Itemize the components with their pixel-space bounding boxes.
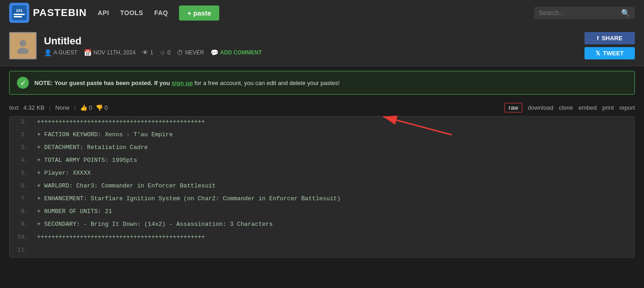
calendar-icon: 📅	[84, 49, 92, 56]
table-row: 5.+ Player: XXXXX	[10, 168, 634, 181]
add-comment-link[interactable]: ADD COMMENT	[220, 49, 262, 56]
favorites-label: 0	[168, 49, 171, 56]
navbar: 101 PASTEBIN API TOOLS FAQ + paste 🔍	[0, 0, 644, 26]
line-content: + SECONDARY: - Bring It Down: (14x2) - A…	[32, 219, 277, 229]
thumbs-up-icon: 👍	[80, 104, 87, 111]
dislike-button[interactable]: 👎 0	[96, 104, 108, 111]
search-bar: 🔍	[534, 7, 635, 19]
paste-syntax: None	[55, 104, 70, 111]
nav-links: API TOOLS FAQ	[98, 9, 168, 16]
table-row: 11.	[10, 245, 634, 257]
line-number: 6.	[10, 181, 32, 191]
share-buttons: f SHARE 𝕏 TWEET	[584, 32, 635, 59]
code-area: 1.++++++++++++++++++++++++++++++++++++++…	[9, 116, 635, 258]
clock-icon: ⏱	[177, 49, 183, 56]
paste-toolbar: text 4.32 KB | None | 👍 0 👎 0 raw downlo…	[0, 99, 644, 116]
line-number: 7.	[10, 193, 32, 204]
nav-tools[interactable]: TOOLS	[120, 9, 143, 16]
line-content: + WARLORD: Char3: Commander in Enforcer …	[32, 181, 220, 191]
signup-link[interactable]: sign up	[172, 80, 193, 86]
search-icon[interactable]: 🔍	[621, 9, 630, 17]
paste-meta: Untitled 👤 A GUEST 📅 NOV 11TH, 2024 👁 1 …	[44, 35, 577, 56]
search-input[interactable]	[539, 9, 617, 16]
line-number: 3.	[10, 142, 32, 153]
table-row: 6.+ WARLORD: Char3: Commander in Enforce…	[10, 181, 634, 193]
table-row: 4.+ TOTAL ARMY POINTS: 1995pts	[10, 155, 634, 168]
separator2: |	[74, 104, 76, 111]
expiry-item: ⏱ NEVER	[177, 49, 204, 56]
svg-point-4	[20, 40, 26, 46]
line-number: 10.	[10, 232, 32, 242]
nav-faq[interactable]: FAQ	[154, 9, 168, 16]
tweet-label: TWEET	[603, 50, 624, 57]
svg-rect-0	[12, 5, 27, 20]
svg-rect-2	[14, 14, 25, 15]
share-facebook-button[interactable]: f SHARE	[584, 32, 635, 44]
raw-button[interactable]: raw	[504, 103, 522, 112]
line-content: ++++++++++++++++++++++++++++++++++++++++…	[32, 232, 210, 242]
note-label: NOTE: Your guest paste has been posted. …	[34, 80, 172, 86]
author-label: A GUEST	[54, 49, 77, 56]
nav-api[interactable]: API	[98, 9, 109, 16]
line-number: 11.	[10, 245, 32, 255]
line-content: + DETACHMENT: Retaliation Cadre	[32, 142, 152, 153]
paste-title: Untitled	[44, 35, 577, 47]
facebook-icon: f	[597, 35, 599, 42]
line-content: ++++++++++++++++++++++++++++++++++++++++…	[32, 117, 210, 127]
vote-buttons: 👍 0 👎 0	[80, 104, 108, 111]
paste-header: Untitled 👤 A GUEST 📅 NOV 11TH, 2024 👁 1 …	[0, 26, 644, 66]
user-icon: 👤	[44, 49, 52, 56]
table-row: 8.+ NUMBER OF UNITS: 21	[10, 206, 634, 219]
eye-icon: 👁	[142, 49, 148, 56]
table-row: 3.+ DETACHMENT: Retaliation Cadre	[10, 142, 634, 155]
line-content: + ENHANCEMENT: Starflare Ignition System…	[32, 193, 345, 204]
new-paste-button[interactable]: + paste	[179, 5, 219, 21]
clone-link[interactable]: clone	[559, 104, 573, 111]
share-twitter-button[interactable]: 𝕏 TWEET	[584, 47, 635, 59]
line-number: 1.	[10, 117, 32, 127]
table-row: 7.+ ENHANCEMENT: Starflare Ignition Syst…	[10, 193, 634, 206]
print-link[interactable]: print	[602, 104, 614, 111]
embed-link[interactable]: embed	[579, 104, 597, 111]
like-button[interactable]: 👍 0	[80, 104, 92, 111]
paste-info: 👤 A GUEST 📅 NOV 11TH, 2024 👁 1 ☆ 0 ⏱ NEV…	[44, 49, 577, 56]
line-content: + Player: XXXXX	[32, 168, 95, 178]
line-content	[32, 245, 42, 248]
views-item: 👁 1	[142, 49, 153, 56]
svg-rect-3	[14, 16, 22, 17]
code-lines: 1.++++++++++++++++++++++++++++++++++++++…	[10, 117, 634, 257]
note-banner: ✓ NOTE: Your guest paste has been posted…	[9, 71, 635, 95]
line-number: 4.	[10, 155, 32, 165]
avatar-icon	[15, 37, 31, 54]
date-label: NOV 11TH, 2024	[93, 49, 135, 56]
line-content: + FACTION KEYWORD: Xenos - T'au Empire	[32, 129, 177, 140]
logo-icon: 101	[9, 3, 29, 23]
share-label: SHARE	[601, 35, 622, 42]
line-content: + NUMBER OF UNITS: 21	[32, 206, 117, 217]
twitter-icon: 𝕏	[595, 50, 600, 57]
line-number: 5.	[10, 168, 32, 178]
expiry-label: NEVER	[185, 49, 204, 56]
date-item: 📅 NOV 11TH, 2024	[84, 49, 135, 56]
line-number: 2.	[10, 129, 32, 140]
svg-text:101: 101	[16, 8, 22, 13]
logo-text: PASTEBIN	[33, 7, 87, 19]
line-number: 8.	[10, 206, 32, 217]
action-links: raw download clone embed print report	[504, 103, 635, 112]
check-icon: ✓	[17, 77, 29, 89]
svg-point-5	[17, 48, 28, 54]
paste-size: 4.32 KB	[23, 104, 44, 111]
comment-icon: 💬	[211, 49, 218, 56]
comment-item: 💬 ADD COMMENT	[211, 49, 262, 56]
likes-count: 0	[89, 104, 92, 111]
favorites-item: ☆ 0	[160, 49, 171, 56]
table-row: 9.+ SECONDARY: - Bring It Down: (14x2) -…	[10, 219, 634, 232]
report-link[interactable]: report	[619, 104, 635, 111]
table-row: 1.++++++++++++++++++++++++++++++++++++++…	[10, 117, 634, 129]
author-item: 👤 A GUEST	[44, 49, 77, 56]
thumbs-down-icon: 👎	[96, 104, 103, 111]
line-content: + TOTAL ARMY POINTS: 1995pts	[32, 155, 141, 165]
separator1: |	[49, 104, 50, 111]
download-link[interactable]: download	[528, 104, 553, 111]
paste-type: text	[9, 104, 19, 111]
